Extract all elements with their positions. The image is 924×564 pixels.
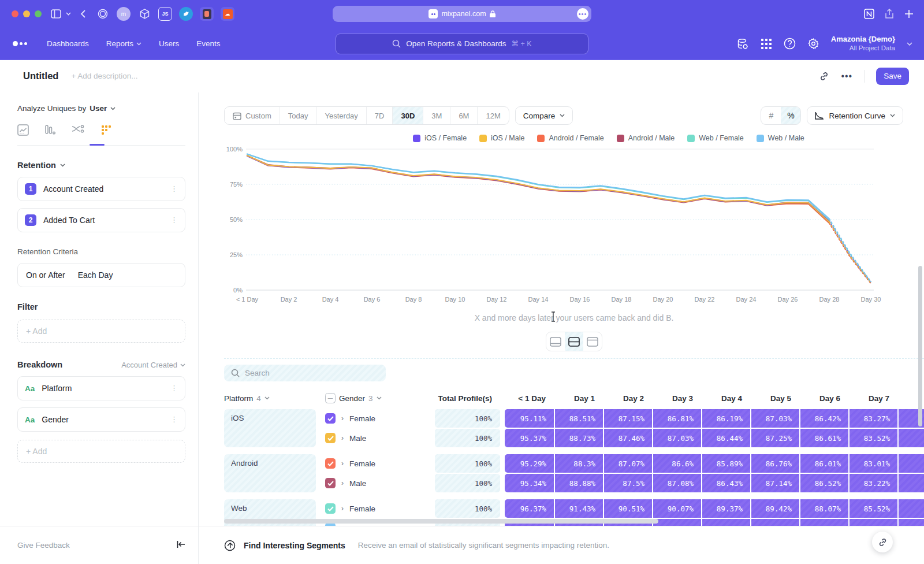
criteria-value[interactable]: Each Day	[78, 270, 113, 280]
gender-column-header[interactable]: ─ Gender3	[325, 393, 435, 403]
settings-gear-icon[interactable]	[807, 38, 819, 50]
retention-value-cell[interactable]: 86.6%	[652, 454, 701, 473]
chart-type-selector[interactable]: Retention Curve	[807, 106, 903, 125]
save-button[interactable]: Save	[876, 68, 909, 85]
platform-cell[interactable]: Android	[224, 454, 316, 492]
series-line-web-male[interactable]	[829, 219, 871, 282]
retention-value-cell[interactable]: 86.42%	[799, 409, 848, 428]
pinned-tab-avatar-icon[interactable]: m	[117, 7, 131, 21]
split-view-button[interactable]	[565, 332, 583, 351]
tab-insights[interactable]	[17, 124, 29, 138]
retention-value-cell[interactable]: 86.43%	[701, 474, 750, 492]
legend-item[interactable]: Web / Male	[757, 134, 804, 142]
retention-value-cell[interactable]	[750, 519, 799, 526]
retention-value-cell[interactable]	[897, 474, 924, 492]
analyze-value[interactable]: User	[90, 104, 107, 113]
data-management-icon[interactable]	[736, 38, 749, 50]
notion-extension-icon[interactable]	[864, 9, 874, 19]
segment-checkbox[interactable]	[325, 458, 336, 469]
retention-value-cell[interactable]: 88.51%	[554, 409, 603, 428]
retention-value-cell[interactable]: 95.34%	[505, 474, 554, 492]
criteria-card[interactable]: On or After Each Day	[17, 263, 185, 287]
retention-value-cell[interactable]: 87.03%	[750, 409, 799, 428]
day-column-header[interactable]: Day 7	[848, 394, 897, 403]
gender-cell[interactable]: ›Female	[325, 499, 435, 518]
expand-chevron-icon[interactable]: ›	[341, 414, 344, 422]
vertical-scrollbar[interactable]	[918, 266, 922, 426]
retention-line-chart[interactable]: 100%75%50%25%0%< 1 DayDay 2Day 4Day 6Day…	[224, 144, 897, 305]
retention-value-cell[interactable]: 87.08%	[652, 474, 701, 492]
table-only-view-button[interactable]	[583, 332, 602, 351]
kebab-menu-icon[interactable]: ⋮	[170, 418, 178, 421]
platform-cell[interactable]: iOS	[224, 409, 316, 447]
expand-chevron-icon[interactable]: ›	[341, 479, 344, 487]
retention-value-cell[interactable]: 85.52%	[848, 499, 897, 518]
segment-checkbox[interactable]	[325, 413, 336, 424]
retention-value-cell[interactable]: 83.01%	[848, 454, 897, 473]
retention-value-cell[interactable]: 87.15%	[603, 409, 652, 428]
range-12m[interactable]: 12M	[478, 107, 508, 124]
more-options-icon[interactable]: •••	[841, 71, 852, 81]
range-7d[interactable]: 7D	[367, 107, 393, 124]
retention-value-cell[interactable]	[848, 519, 897, 526]
breakdown-applies-to[interactable]: Account Created	[121, 361, 185, 369]
format-percent-button[interactable]: %	[781, 107, 800, 124]
find-segments-title[interactable]: Find Interesting Segments	[244, 541, 345, 550]
mixpanel-logo[interactable]	[13, 41, 27, 46]
project-selector[interactable]: Amazonia {Demo} All Project Data	[831, 35, 895, 53]
retention-value-cell[interactable]: 86.81%	[652, 409, 701, 428]
expand-chevron-icon[interactable]: ›	[341, 434, 344, 442]
retention-value-cell[interactable]: 95.11%	[505, 409, 554, 428]
back-icon[interactable]	[80, 10, 85, 18]
table-search-input[interactable]	[245, 369, 360, 377]
segment-checkbox[interactable]	[325, 478, 336, 488]
site-options-icon[interactable]: •••	[577, 8, 588, 20]
retention-value-cell[interactable]: 88.73%	[554, 429, 603, 447]
nav-users[interactable]: Users	[159, 39, 179, 48]
retention-value-cell[interactable]	[701, 519, 750, 526]
select-all-checkbox[interactable]: ─	[325, 393, 336, 403]
maximize-window-icon[interactable]	[35, 10, 42, 17]
tab-flows[interactable]	[72, 124, 84, 138]
segment-checkbox[interactable]	[325, 503, 336, 514]
copy-link-icon[interactable]	[819, 71, 829, 81]
retention-value-cell[interactable]: 95.29%	[505, 454, 554, 473]
gender-cell[interactable]: ›Male	[325, 429, 435, 447]
range-yesterday[interactable]: Yesterday	[317, 107, 367, 124]
tab-retention[interactable]	[100, 124, 112, 138]
retention-value-cell[interactable]: 89.42%	[750, 499, 799, 518]
nav-reports[interactable]: Reports	[106, 39, 141, 48]
gender-cell[interactable]: ›Female	[325, 409, 435, 428]
kebab-menu-icon[interactable]: ⋮	[170, 387, 178, 389]
share-link-button[interactable]	[872, 532, 893, 552]
breakdown-card[interactable]: AaGender⋮	[17, 407, 185, 432]
help-icon[interactable]	[784, 38, 796, 50]
retention-value-cell[interactable]: 90.07%	[652, 499, 701, 518]
platform-column-header[interactable]: Platform4	[224, 394, 325, 403]
legend-item[interactable]: Android / Male	[617, 134, 675, 142]
pinned-tab-app-icon[interactable]	[200, 7, 214, 21]
range-30d[interactable]: 30D	[393, 107, 423, 124]
table-search[interactable]	[224, 365, 386, 381]
day-column-header[interactable]: < 1 Day	[505, 394, 554, 403]
add-breakdown-button[interactable]: + Add	[17, 440, 185, 463]
expand-chevron-icon[interactable]: ›	[341, 459, 344, 467]
collapse-sidebar-icon[interactable]	[177, 540, 185, 551]
apps-grid-icon[interactable]	[761, 38, 772, 50]
nav-dashboards[interactable]: Dashboards	[47, 39, 89, 48]
legend-item[interactable]: iOS / Female	[413, 134, 467, 142]
retention-value-cell[interactable]: 87.14%	[750, 474, 799, 492]
compare-button[interactable]: Compare	[515, 106, 573, 125]
retention-value-cell[interactable]	[897, 499, 924, 518]
criteria-condition[interactable]: On or After	[26, 270, 65, 280]
retention-value-cell[interactable]: 83.27%	[848, 409, 897, 428]
retention-value-cell[interactable]: 87.03%	[652, 429, 701, 447]
window-controls[interactable]	[12, 10, 42, 17]
chart-caption[interactable]: X and more days later your users came ba…	[224, 313, 924, 322]
gender-cell[interactable]: ›Male	[325, 474, 435, 492]
retention-value-cell[interactable]: 87.25%	[750, 429, 799, 447]
series-line-android-male[interactable]	[247, 156, 829, 222]
retention-value-cell[interactable]: 87.07%	[603, 454, 652, 473]
new-tab-icon[interactable]	[904, 9, 914, 18]
legend-item[interactable]: Web / Female	[687, 134, 744, 142]
